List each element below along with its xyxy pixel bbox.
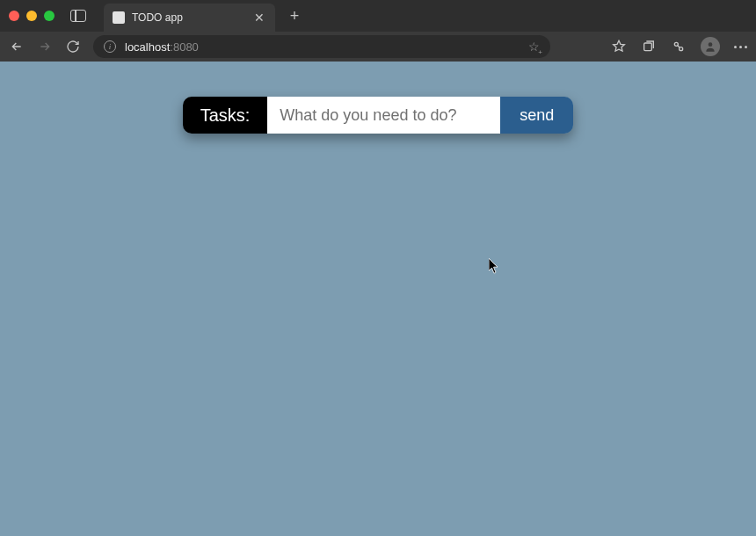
url-text: localhost:8080	[125, 40, 199, 54]
send-button[interactable]: send	[500, 97, 573, 134]
browser-toolbar: i localhost:8080 ☆	[0, 32, 756, 62]
address-bar[interactable]: i localhost:8080 ☆	[93, 35, 550, 58]
site-info-icon[interactable]: i	[104, 40, 116, 53]
url-host: localhost	[125, 40, 170, 54]
add-favorite-icon[interactable]: ☆	[528, 40, 540, 54]
window-maximize-button[interactable]	[44, 11, 55, 21]
url-port: :8080	[170, 40, 199, 54]
more-menu-icon[interactable]	[734, 46, 747, 48]
collections-icon[interactable]	[641, 39, 657, 54]
tab-title: TODO app	[132, 11, 245, 24]
svg-point-3	[709, 42, 713, 47]
tab-close-icon[interactable]: ✕	[252, 11, 266, 25]
mouse-cursor-icon	[489, 258, 499, 274]
tab-overview-icon[interactable]	[70, 10, 86, 22]
window-controls	[9, 11, 55, 21]
browser-tab[interactable]: TODO app ✕	[104, 4, 275, 32]
back-button[interactable]	[9, 39, 25, 54]
new-tab-button[interactable]: +	[284, 5, 305, 26]
favorites-icon[interactable]	[611, 39, 627, 54]
forward-button[interactable]	[37, 39, 53, 54]
window-close-button[interactable]	[9, 11, 19, 21]
window-minimize-button[interactable]	[26, 11, 37, 21]
task-input[interactable]	[267, 97, 500, 134]
extensions-icon[interactable]	[671, 39, 687, 54]
page-viewport: Tasks: send	[0, 62, 756, 536]
profile-avatar[interactable]	[701, 37, 720, 56]
window-titlebar: TODO app ✕ +	[0, 0, 756, 32]
reload-button[interactable]	[65, 39, 81, 54]
tab-favicon-icon	[113, 11, 125, 24]
tasks-label: Tasks:	[183, 97, 268, 134]
task-form: Tasks: send	[183, 97, 574, 134]
svg-rect-0	[644, 43, 652, 51]
